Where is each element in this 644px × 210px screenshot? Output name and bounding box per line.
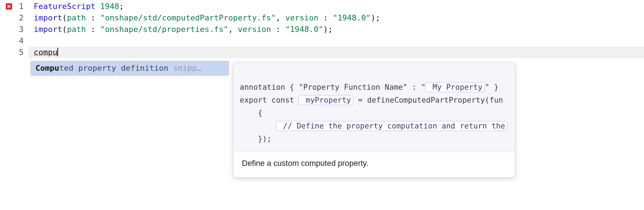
snippet-preview: annotation { "Property Function Name" : …	[233, 63, 515, 151]
gutter-line: 4	[0, 35, 29, 47]
typed-text: compu	[34, 48, 57, 57]
snippet-placeholder: // Define the property computation and r…	[276, 121, 507, 131]
param-name: version	[238, 25, 271, 34]
autocomplete-match: Compu	[35, 64, 59, 73]
snippet-text: = defineComputedPartProperty(fun	[353, 96, 503, 104]
string-literal: "onshape/std/properties.fs"	[100, 25, 228, 34]
snippet-text: });	[240, 135, 272, 143]
code-line[interactable]: FeatureScript 1948;	[29, 1, 644, 12]
line-number: 4	[19, 36, 24, 45]
gutter-line: 5	[0, 47, 29, 58]
string-literal: "1948.0"	[333, 13, 371, 22]
punctuation: ,	[228, 25, 238, 34]
error-icon[interactable]: ✕	[6, 3, 12, 10]
code-line[interactable]: import(path : "onshape/std/computedPartP…	[29, 12, 644, 24]
param-name: version	[285, 13, 319, 22]
snippet-description: Define a custom computed property.	[233, 151, 515, 177]
line-number-gutter: ✕ 1 2 3 4 5	[0, 0, 29, 210]
code-line[interactable]	[29, 35, 644, 47]
snippet-text	[240, 122, 276, 130]
autocomplete-item[interactable]: Computed property definition snipp…	[31, 61, 228, 75]
punctuation: );	[323, 25, 333, 34]
string-literal: "onshape/std/computedPartProperty.fs"	[100, 13, 276, 22]
gutter-line: ✕ 1	[0, 1, 29, 12]
punctuation: :	[319, 13, 333, 22]
line-number: 1	[19, 2, 24, 11]
line-number: 2	[19, 13, 24, 22]
snippet-text: annotation {	[240, 83, 299, 92]
documentation-popup: annotation { "Property Function Name" : …	[233, 62, 515, 178]
snippet-text: {	[240, 109, 262, 117]
string-literal: "1948.0"	[285, 25, 323, 34]
keyword: FeatureScript	[34, 2, 95, 11]
autocomplete-rest: ted property definition	[59, 64, 168, 73]
snippet-text: " }	[485, 83, 498, 92]
punctuation: (	[62, 13, 67, 22]
code-line-active[interactable]: compu	[29, 47, 644, 58]
keyword: import	[34, 25, 62, 34]
snippet-text: "Property Function Name"	[299, 83, 407, 92]
gutter-line: 2	[0, 12, 29, 24]
punctuation: :	[271, 25, 285, 34]
line-number: 3	[19, 25, 24, 34]
text-caret	[57, 48, 58, 56]
code-line[interactable]: import(path : "onshape/std/properties.fs…	[29, 24, 644, 35]
punctuation: :	[86, 25, 100, 34]
punctuation: );	[371, 13, 380, 22]
snippet-placeholder: myProperty	[299, 95, 353, 105]
punctuation: (	[62, 25, 67, 34]
snippet-text: export const	[240, 96, 299, 104]
line-number: 5	[19, 48, 24, 57]
punctuation: :	[86, 13, 100, 22]
number-literal: 1948	[100, 2, 119, 11]
keyword: import	[34, 13, 62, 22]
punctuation: ;	[119, 2, 124, 11]
param-name: path	[67, 25, 86, 34]
autocomplete-popup: Computed property definition snipp…	[31, 61, 229, 75]
snippet-placeholder: My Property	[425, 82, 485, 92]
param-name: path	[67, 13, 86, 22]
autocomplete-hint: snipp…	[168, 64, 202, 73]
punctuation: ,	[276, 13, 286, 22]
gutter-line: 3	[0, 24, 29, 35]
snippet-text: : "	[407, 83, 426, 92]
